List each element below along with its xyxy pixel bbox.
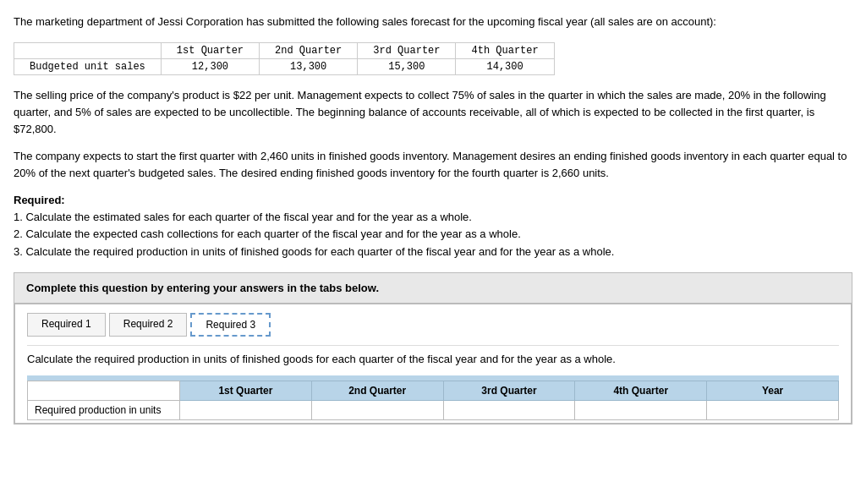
required-item-3: 3. Calculate the required production in … <box>14 244 852 260</box>
answer-q4-input[interactable] <box>575 401 706 419</box>
complete-box-text: Complete this question by entering your … <box>26 282 840 294</box>
answer-q2-input[interactable] <box>312 401 443 419</box>
required-label: Required: <box>14 194 65 206</box>
answer-table-q3-header: 3rd Quarter <box>443 381 575 400</box>
budget-header-q2: 2nd Quarter <box>260 42 358 58</box>
intro-text: The marketing department of Jessi Corpor… <box>14 14 852 30</box>
budget-label-spacer <box>14 42 162 58</box>
budget-header-q3: 3rd Quarter <box>358 42 456 58</box>
budget-table: 1st Quarter 2nd Quarter 3rd Quarter 4th … <box>14 42 555 75</box>
answer-q1-input[interactable] <box>180 401 311 419</box>
budget-q3-value: 15,300 <box>358 58 456 74</box>
required-section: Required: 1. Calculate the estimated sal… <box>14 192 852 260</box>
answer-q2-cell[interactable] <box>311 400 443 419</box>
answer-section: 1st Quarter 2nd Quarter 3rd Quarter 4th … <box>27 375 839 423</box>
required-item-2: 2. Calculate the expected cash collectio… <box>14 226 852 243</box>
tabs-row: Required 1 Required 2 Required 3 <box>27 313 839 337</box>
answer-q3-input[interactable] <box>444 401 575 419</box>
tab-required-3[interactable]: Required 3 <box>190 313 271 337</box>
answer-table: 1st Quarter 2nd Quarter 3rd Quarter 4th … <box>27 381 839 420</box>
answer-table-q2-header: 2nd Quarter <box>311 381 443 400</box>
answer-q4-cell[interactable] <box>575 400 707 419</box>
answer-year-cell[interactable] <box>707 400 839 419</box>
tabs-and-answer-wrapper: Required 1 Required 2 Required 3 Calcula… <box>14 304 852 425</box>
tabs-container: Required 1 Required 2 Required 3 Calcula… <box>14 304 852 424</box>
answer-table-wrapper: 1st Quarter 2nd Quarter 3rd Quarter 4th … <box>27 375 839 420</box>
answer-q1-cell[interactable] <box>180 400 312 419</box>
budget-q4-value: 14,300 <box>456 58 554 74</box>
paragraph1: The selling price of the company's produ… <box>14 87 852 138</box>
answer-row-label: Required production in units <box>28 400 180 419</box>
tab-required-2[interactable]: Required 2 <box>109 313 188 337</box>
calc-description: Calculate the required production in uni… <box>27 345 839 374</box>
tab-required-1[interactable]: Required 1 <box>27 313 106 337</box>
paragraph2: The company expects to start the first q… <box>14 148 852 182</box>
budget-q2-value: 13,300 <box>260 58 358 74</box>
answer-q3-cell[interactable] <box>443 400 575 419</box>
answer-table-q4-header: 4th Quarter <box>575 381 707 400</box>
answer-year-input[interactable] <box>707 401 838 419</box>
budget-header-q1: 1st Quarter <box>161 42 259 58</box>
answer-table-label-header <box>28 381 180 400</box>
complete-box: Complete this question by entering your … <box>14 272 852 304</box>
budget-header-q4: 4th Quarter <box>456 42 554 58</box>
answer-table-row: Required production in units <box>28 400 839 419</box>
budget-row-label: Budgeted unit sales <box>14 58 162 74</box>
answer-table-year-header: Year <box>707 381 839 400</box>
answer-table-q1-header: 1st Quarter <box>180 381 312 400</box>
required-item-1: 1. Calculate the estimated sales for eac… <box>14 209 852 226</box>
budget-q1-value: 12,300 <box>161 58 259 74</box>
